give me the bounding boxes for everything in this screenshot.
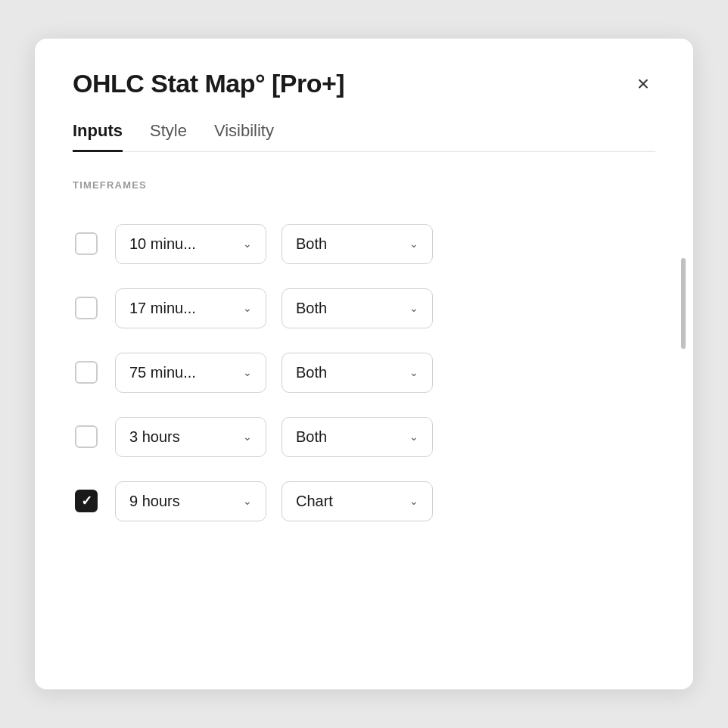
chevron-down-icon: ⌄ (409, 431, 418, 443)
chevron-down-icon: ⌄ (243, 238, 252, 250)
timeframe-value-4: 3 hours (129, 428, 180, 446)
table-row: 10 minu... ⌄ Both ⌄ (73, 212, 655, 276)
table-row: 75 minu... ⌄ Both ⌄ (73, 341, 655, 405)
timeframe-dropdown-5[interactable]: 9 hours ⌄ (115, 481, 266, 521)
chevron-down-icon: ⌄ (409, 495, 418, 507)
display-value-3: Both (296, 364, 327, 381)
scrollbar[interactable] (681, 258, 686, 349)
timeframe-dropdown-3[interactable]: 75 minu... ⌄ (115, 353, 266, 393)
timeframe-dropdown-2[interactable]: 17 minu... ⌄ (115, 288, 266, 328)
checkbox-wrapper-2 (73, 294, 100, 322)
chevron-down-icon: ⌄ (409, 302, 418, 314)
table-row: 3 hours ⌄ Both ⌄ (73, 405, 655, 469)
timeframe-value-1: 10 minu... (129, 235, 196, 253)
checkbox-wrapper-1 (73, 230, 100, 257)
display-value-5: Chart (296, 493, 333, 510)
chevron-down-icon: ⌄ (243, 366, 252, 378)
checkbox-wrapper-5 (73, 487, 100, 515)
display-dropdown-2[interactable]: Both ⌄ (282, 288, 433, 328)
timeframe-value-2: 17 minu... (129, 300, 196, 317)
table-row: 17 minu... ⌄ Both ⌄ (73, 276, 655, 341)
tab-bar: Inputs Style Visibility (73, 121, 655, 152)
checkbox-wrapper-4 (73, 423, 100, 450)
checkbox-wrapper-3 (73, 359, 100, 386)
chevron-down-icon: ⌄ (243, 431, 252, 443)
checkbox-5[interactable] (75, 490, 98, 512)
display-value-4: Both (296, 428, 327, 446)
checkbox-4[interactable] (75, 425, 98, 448)
chevron-down-icon: ⌄ (243, 495, 252, 507)
timeframe-dropdown-1[interactable]: 10 minu... ⌄ (115, 224, 266, 264)
table-row: 9 hours ⌄ Chart ⌄ (73, 469, 655, 534)
display-dropdown-5[interactable]: Chart ⌄ (282, 481, 433, 521)
timeframe-list: 10 minu... ⌄ Both ⌄ 17 minu... ⌄ Both ⌄ (73, 212, 655, 534)
section-label-timeframes: TIMEFRAMES (73, 179, 655, 191)
modal-header: OHLC Stat Map° [Pro+] × (73, 69, 655, 98)
chevron-down-icon: ⌄ (409, 366, 418, 378)
checkbox-3[interactable] (75, 361, 98, 384)
chevron-down-icon: ⌄ (243, 302, 252, 314)
settings-modal: OHLC Stat Map° [Pro+] × Inputs Style Vis… (35, 39, 693, 689)
display-dropdown-1[interactable]: Both ⌄ (282, 224, 433, 264)
chevron-down-icon: ⌄ (409, 238, 418, 250)
timeframe-dropdown-4[interactable]: 3 hours ⌄ (115, 417, 266, 457)
checkbox-1[interactable] (75, 232, 98, 255)
timeframe-value-3: 75 minu... (129, 364, 196, 381)
checkbox-2[interactable] (75, 297, 98, 319)
display-value-1: Both (296, 235, 327, 253)
tab-visibility[interactable]: Visibility (214, 121, 274, 152)
tab-inputs[interactable]: Inputs (73, 121, 123, 152)
display-value-2: Both (296, 300, 327, 317)
display-dropdown-3[interactable]: Both ⌄ (282, 353, 433, 393)
modal-title: OHLC Stat Map° [Pro+] (73, 69, 344, 98)
display-dropdown-4[interactable]: Both ⌄ (282, 417, 433, 457)
tab-style[interactable]: Style (150, 121, 187, 152)
timeframe-value-5: 9 hours (129, 493, 180, 510)
close-button[interactable]: × (631, 70, 655, 98)
